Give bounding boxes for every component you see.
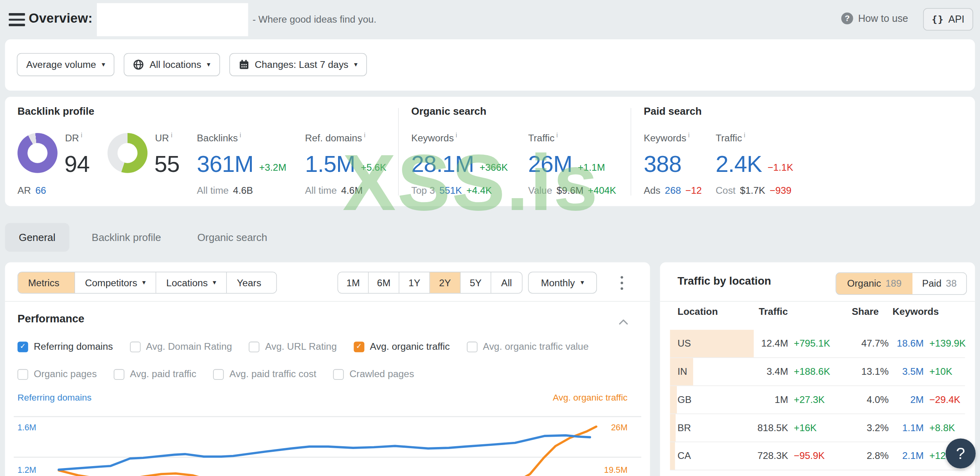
info-icon[interactable]: i [688,131,690,139]
info-icon[interactable]: i [744,131,746,139]
chevron-down-icon: ▾ [207,61,211,69]
keywords-link[interactable]: 2.1M [889,450,924,461]
average-volume-dropdown[interactable]: Average volume ▾ [17,53,114,76]
range-button[interactable]: 6M [369,272,399,293]
share-bar [670,442,675,470]
segment-button[interactable]: Competitors ▾ [75,272,157,293]
ads-row: Ads 268 −12 [644,185,702,196]
ur-label: URi [155,131,172,144]
range-button[interactable]: 2Y [430,272,460,293]
organic-keywords-value[interactable]: 28.1M [411,152,474,177]
metric-checkbox[interactable]: ✓ Avg. organic traffic value [467,341,589,352]
site-tagline: - Where good ideas find you. [253,14,377,25]
location-row[interactable]: US 12.4M +795.1K 47.7% 18.6M +139.9K [670,330,965,358]
chevron-down-icon: ▾ [213,279,216,287]
changes-period-dropdown[interactable]: Changes: Last 7 days ▾ [229,53,367,76]
paid-keywords-value[interactable]: 388 [644,152,682,177]
api-button[interactable]: {} API [923,8,973,31]
metric-checkbox[interactable]: ✓ Avg. Domain Rating [130,341,232,352]
ref-domains-value[interactable]: 1.5M [305,152,355,177]
keywords-link[interactable]: 1.1M [889,422,924,434]
backlinks-delta: +3.2M [259,162,286,177]
granularity-dropdown[interactable]: Monthly ▾ [528,272,597,293]
location-row[interactable]: IN 3.4M +188.6K 13.1% 3.5M +10K [670,358,965,386]
traffic-delta: +795.1K [788,338,830,349]
traffic-by-location-card: Traffic by location Organic 189 Paid 38 … [660,262,975,476]
info-icon[interactable]: i [456,131,457,139]
info-icon[interactable]: i [81,131,83,139]
location-code: IN [677,366,705,377]
share-value: 3.2% [830,422,889,434]
tab[interactable]: Backlink profile [78,223,175,252]
performance-card: Metrics Competitors ▾ Locations ▾ Years [5,262,650,476]
location-code: BR [677,422,705,434]
url-rating-donut [108,133,148,173]
metric-checkbox[interactable]: ✓ Crawled pages [333,368,414,380]
metric-checkbox[interactable]: ✓ Avg. organic traffic [354,341,450,352]
metric-checkbox[interactable]: ✓ Avg. paid traffic [114,368,196,380]
left-axis-tick: 1.2M [17,465,36,475]
metric-checkbox[interactable]: ✓ Organic pages [17,368,97,380]
info-icon[interactable]: i [240,131,241,139]
paid-toggle[interactable]: Paid 38 [912,273,966,294]
col-keywords: Keywords [893,306,939,317]
help-floating-button[interactable]: ? [945,438,976,468]
dr-value: 94 [64,152,89,177]
location-row[interactable]: GB 1M +27.3K 4.0% 2M −29.4K [670,386,965,414]
tab[interactable]: General [5,223,70,252]
metric-checkbox[interactable]: ✓ Avg. paid traffic cost [213,368,317,380]
metric-checkbox[interactable]: ✓ Avg. URL Rating [249,341,337,352]
backlinks-value[interactable]: 361M [197,152,253,177]
location-row[interactable]: BR 818.5K +16K 3.2% 1.1M +8.8K [670,414,965,442]
paid-traffic-value[interactable]: 2.4K [715,152,762,177]
col-location: Location [677,306,718,317]
info-icon[interactable]: i [364,131,365,139]
segment-button[interactable]: Locations ▾ [156,272,227,293]
chevron-down-icon: ▾ [354,61,358,69]
performance-chart: 1.6M 1.2M 26M 19.5M [5,409,650,476]
metric-checkbox[interactable]: ✓ Referring domains [17,341,113,352]
location-table-header: Location Traffic Share Keywords [670,306,965,325]
chevron-down-icon: ▾ [142,279,146,287]
range-button[interactable]: All [491,272,522,293]
all-locations-dropdown[interactable]: All locations ▾ [124,53,220,76]
time-range-segments: 1M 6M 1Y 2Y 5Y All [338,272,523,293]
organic-traffic-value[interactable]: 26M [528,152,572,177]
more-options-kebab-icon[interactable] [615,276,629,291]
range-button[interactable]: 5Y [461,272,491,293]
keywords-link[interactable]: 18.6M [889,338,924,349]
segment-button[interactable]: Years [227,272,276,293]
traffic-value: 1M [705,394,788,405]
section-divider [630,108,631,195]
calendar-icon [238,59,249,70]
ur-value: 55 [155,152,180,177]
range-button[interactable]: 1Y [399,272,430,293]
share-value: 47.7% [830,338,889,349]
ads-value-link[interactable]: 268 [665,185,681,196]
info-icon[interactable]: i [171,131,172,139]
range-button[interactable]: 1M [338,272,369,293]
organic-toggle[interactable]: Organic 189 [836,273,912,294]
right-axis-series-label: Avg. organic traffic [553,392,628,402]
info-icon[interactable]: i [557,131,558,139]
ar-value-link[interactable]: 66 [35,185,46,196]
keywords-link[interactable]: 2M [889,394,924,405]
organic-count: 189 [885,278,902,289]
tab[interactable]: Organic search [184,223,281,252]
how-to-use-link[interactable]: ? How to use [841,12,908,24]
location-row[interactable]: CA 728.3K −95.9K 2.8% 2.1M +12 [670,442,965,470]
ref-domains-label: Ref. domainsi [305,131,365,144]
traffic-value: 3.4M [705,366,788,377]
hamburger-menu-icon[interactable] [9,13,25,26]
traffic-delta: +16K [788,422,830,434]
check-icon: ✓ [20,343,26,350]
organic-paid-toggle: Organic 189 Paid 38 [836,272,967,295]
top3-value-link[interactable]: 551K [439,185,462,196]
keywords-link[interactable]: 3.5M [889,366,924,377]
chevron-down-icon: ▾ [580,279,584,287]
code-braces-icon: {} [932,14,944,24]
collapse-chevron-up-icon[interactable] [619,316,628,327]
backlink-profile-title: Backlink profile [17,106,94,118]
segment-button[interactable]: Metrics [18,272,75,293]
page-title: Overview: [29,11,93,26]
